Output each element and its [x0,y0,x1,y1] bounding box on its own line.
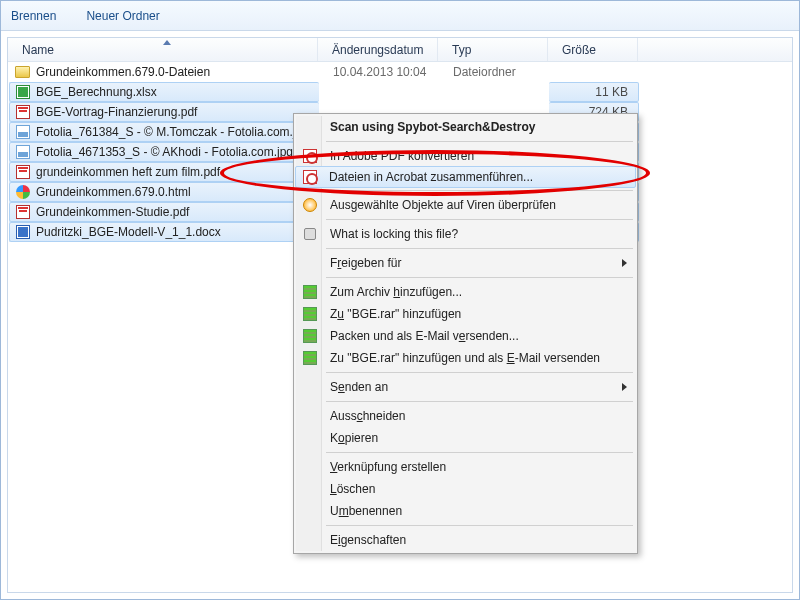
chevron-right-icon [622,383,627,391]
toolbar-burn[interactable]: Brennen [11,9,56,23]
col-name-label: Name [22,43,54,57]
column-headers: Name Änderungsdatum Typ Größe [8,38,792,62]
content-area: Name Änderungsdatum Typ Größe Grundeinko… [7,37,793,593]
cm-sep [326,401,633,402]
cm-archive-bge[interactable]: Zu "BGE.rar" hinzufügen [296,303,635,325]
file-name: Fotolia_761384_S - © M.Tomczak - Fotolia… [36,125,309,139]
chevron-right-icon [622,259,627,267]
pdf-combine-icon [302,169,318,185]
file-row[interactable]: Grundeinkommen.679.0-Dateien10.04.2013 1… [8,62,792,82]
file-type: Dateiordner [439,65,549,79]
doc-icon [16,225,30,239]
cm-rename[interactable]: Umbenennen [296,500,635,522]
folder-icon [15,66,30,78]
pdf-icon [302,148,318,164]
sort-ascending-icon [163,40,171,45]
toolbar-new-folder[interactable]: Neuer Ordner [86,9,159,23]
cm-sep [326,219,633,220]
cm-copy[interactable]: Kopieren [296,427,635,449]
col-name[interactable]: Name [8,38,318,61]
cm-sep [326,452,633,453]
col-size[interactable]: Größe [548,38,638,61]
file-name: grundeinkommen heft zum film.pdf [36,165,220,179]
cm-virus-check[interactable]: Ausgewählte Objekte auf Viren überprüfen [296,194,635,216]
col-date[interactable]: Änderungsdatum [318,38,438,61]
archive-icon [302,284,318,300]
lock-icon [302,226,318,242]
cm-archive-add[interactable]: Zum Archiv hinzufügen... [296,281,635,303]
file-name: Pudritzki_BGE-Modell-V_1_1.docx [36,225,221,239]
jpg-icon [16,125,30,139]
shield-icon [302,197,318,213]
cm-delete[interactable]: Löschen [296,478,635,500]
cm-share[interactable]: Freigeben für [296,252,635,274]
cm-shortcut[interactable]: Verknüpfung erstellen [296,456,635,478]
jpg-icon [16,145,30,159]
cm-cut[interactable]: Ausschneiden [296,405,635,427]
file-date: 10.04.2013 10:04 [319,65,439,79]
file-name: Grundeinkommen.679.0-Dateien [36,65,210,79]
xls-icon [16,85,30,99]
file-name: Fotolia_4671353_S - © AKhodi - Fotolia.c… [36,145,293,159]
cm-sep [326,141,633,142]
archive-icon [302,328,318,344]
col-type[interactable]: Typ [438,38,548,61]
html-icon [16,185,30,199]
cm-sep [326,277,633,278]
pdf-icon [16,105,30,119]
cm-sendto[interactable]: Senden an [296,376,635,398]
toolbar: Brennen Neuer Ordner [1,1,799,31]
archive-icon [302,350,318,366]
file-size: 11 KB [549,82,639,102]
pdf-icon [16,165,30,179]
cm-spybot[interactable]: Scan using Spybot-Search&Destroy [296,116,635,138]
file-row[interactable]: BGE_Berechnung.xlsx11 KB [8,82,792,102]
cm-sep [326,525,633,526]
cm-adobe-convert[interactable]: In Adobe PDF konvertieren [296,145,635,167]
cm-properties[interactable]: Eigenschaften [296,529,635,551]
file-name: Grundeinkommen-Studie.pdf [36,205,189,219]
context-menu: Scan using Spybot-Search&Destroy In Adob… [293,113,638,554]
file-name: Grundeinkommen.679.0.html [36,185,191,199]
file-name: BGE-Vortrag-Finanzierung.pdf [36,105,197,119]
pdf-icon [16,205,30,219]
cm-acrobat-combine[interactable]: Dateien in Acrobat zusammenführen... [295,166,636,188]
cm-sep [326,248,633,249]
cm-sep [326,372,633,373]
archive-icon [302,306,318,322]
cm-locking[interactable]: What is locking this file? [296,223,635,245]
file-name: BGE_Berechnung.xlsx [36,85,157,99]
explorer-window: Brennen Neuer Ordner Name Änderungsdatum… [0,0,800,600]
cm-sep [326,190,633,191]
cm-archive-bge-mail[interactable]: Zu "BGE.rar" hinzufügen und als E-Mail v… [296,347,635,369]
cm-archive-mail[interactable]: Packen und als E-Mail versenden... [296,325,635,347]
